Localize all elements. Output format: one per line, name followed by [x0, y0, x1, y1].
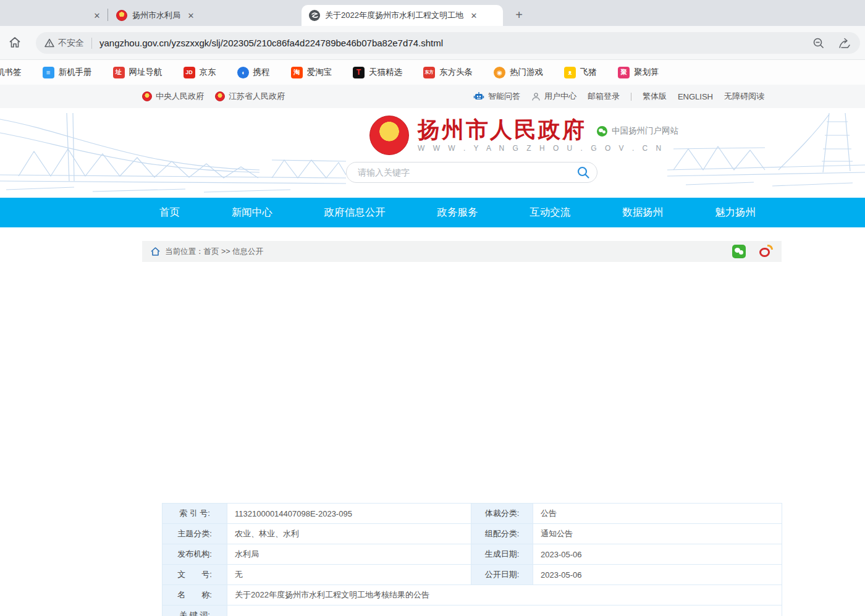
share-wechat-icon[interactable] [732, 245, 746, 258]
dongfang-icon: 东方 [423, 67, 435, 78]
table-row: 索 引 号: 11321000014407098E-2023-095 体裁分类:… [162, 504, 782, 524]
tab-divider [108, 9, 108, 21]
warning-icon [44, 38, 54, 48]
meta-value-publish-date: 2023-05-06 [533, 565, 782, 585]
tab-partial[interactable]: ✕ [0, 5, 106, 26]
site-search [346, 162, 597, 183]
bookmark-tmall[interactable]: T 天猫精选 [353, 67, 402, 78]
breadcrumb-text[interactable]: 当前位置：首页 >> 信息公开 [165, 247, 263, 257]
meta-label: 体裁分类: [471, 504, 533, 524]
emblem-icon [215, 91, 225, 101]
link-user-center[interactable]: 用户中心 [531, 91, 576, 102]
url-text[interactable]: yangzhou.gov.cn/yzszxxgk/slj/202305/210c… [99, 38, 812, 48]
link-jiangsu-gov[interactable]: 江苏省人民政府 [215, 91, 285, 102]
tab-close-icon[interactable]: ✕ [185, 10, 196, 21]
link-mail-login[interactable]: 邮箱登录 [588, 91, 620, 102]
meta-label: 文 号: [162, 565, 227, 585]
portal-tag[interactable]: 中国扬州门户网站 [597, 125, 678, 137]
nav-news[interactable]: 新闻中心 [232, 206, 272, 219]
manual-icon: ≡ [43, 67, 54, 78]
tab-title: 扬州市水利局 [132, 10, 180, 21]
link-english[interactable]: ENGLISH [678, 92, 713, 101]
meta-label: 关 键 词: [162, 605, 227, 616]
search-icon[interactable] [576, 165, 591, 180]
bookmark-juhuasuan[interactable]: 聚 聚划算 [618, 67, 659, 78]
security-chip[interactable]: 不安全 [44, 38, 92, 49]
bookmark-fliggy[interactable]: ᴥ 飞猪 [564, 67, 597, 78]
bookmark-aitaobao[interactable]: 淘 爱淘宝 [291, 67, 332, 78]
meta-value-group: 通知公告 [533, 524, 782, 544]
zoom-out-icon[interactable] [812, 36, 825, 50]
meta-value-index-number: 11321000014407098E-2023-095 [227, 504, 471, 524]
bookmarks-bar: 机书签 ≡ 新机手册 址 网址导航 JD 京东 ◖ 携程 淘 爱淘宝 T 天猫精… [0, 60, 865, 85]
link-central-gov[interactable]: 中央人民政府 [142, 91, 204, 102]
bookmark-jd[interactable]: JD 京东 [184, 67, 216, 78]
fliggy-icon: ᴥ [564, 67, 576, 78]
nav-home[interactable]: 首页 [159, 206, 180, 219]
home-icon[interactable] [7, 35, 23, 51]
search-input[interactable] [358, 167, 576, 177]
divider [631, 93, 631, 101]
browser-toolbar: 不安全 yangzhou.gov.cn/yzszxxgk/slj/202305/… [0, 26, 865, 60]
breadcrumb-home-icon[interactable] [151, 247, 160, 256]
site-url-label: W W W . Y A N G Z H O U . G O V . C N [418, 144, 664, 153]
meta-value-topic: 农业、林业、水利 [227, 524, 471, 544]
meta-value-title: 关于2022年度扬州市水利工程文明工地考核结果的公告 [227, 585, 782, 605]
share-weibo-icon[interactable] [759, 245, 773, 258]
tab-water-bureau[interactable]: 扬州市水利局 ✕ [109, 5, 299, 26]
banner-art-left [0, 108, 346, 198]
tab-active-announcement[interactable]: 关于2022年度扬州市水利工程文明工地 ✕ [302, 5, 503, 26]
nav-interaction[interactable]: 互动交流 [530, 206, 570, 219]
bookmark-dongfang[interactable]: 东方 东方头条 [423, 67, 473, 78]
nav-services[interactable]: 政务服务 [437, 206, 478, 219]
juhuasuan-icon: 聚 [618, 67, 630, 78]
bookmark-phone-bookmarks[interactable]: 机书签 [0, 67, 22, 78]
wechat-icon [597, 126, 607, 137]
bookmark-ctrip[interactable]: ◖ 携程 [237, 67, 270, 78]
breadcrumb: 当前位置：首页 >> 信息公开 [142, 241, 782, 262]
ctrip-icon: ◖ [237, 67, 249, 78]
emblem-favicon-icon [116, 10, 127, 21]
nav-charm[interactable]: 魅力扬州 [715, 206, 756, 219]
meta-label: 索 引 号: [162, 504, 227, 524]
user-icon [531, 92, 541, 101]
jd-icon: JD [184, 67, 195, 78]
link-smart-qa[interactable]: 智能问答 [473, 91, 520, 102]
address-bar[interactable]: 不安全 yangzhou.gov.cn/yzszxxgk/slj/202305/… [36, 32, 860, 54]
site-favicon-icon [309, 10, 320, 21]
table-row: 文 号: 无 公开日期: 2023-05-06 [162, 565, 782, 585]
meta-label: 名 称: [162, 585, 227, 605]
tab-close-icon[interactable]: ✕ [91, 10, 103, 21]
masthead-banner: 扬州市人民政府 W W W . Y A N G Z H O U . G O V … [0, 108, 865, 198]
meta-label: 组配分类: [471, 524, 533, 544]
nav-data[interactable]: 数据扬州 [622, 206, 663, 219]
nav-info-disclosure[interactable]: 政府信息公开 [324, 206, 386, 219]
taobao-icon: 淘 [291, 67, 303, 78]
security-label: 不安全 [58, 38, 84, 49]
banner-art-right [667, 108, 865, 198]
url-nav-icon: 址 [113, 67, 125, 78]
tab-title: 关于2022年度扬州市水利工程文明工地 [325, 10, 463, 21]
table-row: 关 键 词: [162, 605, 782, 616]
games-icon: ◉ [494, 67, 505, 78]
tab-close-icon[interactable]: ✕ [468, 10, 479, 21]
bookmark-hot-games[interactable]: ◉ 热门游戏 [494, 67, 543, 78]
meta-label: 发布机构: [162, 544, 227, 565]
meta-value-doc-number: 无 [227, 565, 471, 585]
new-tab-button[interactable]: + [510, 6, 528, 23]
meta-value-created-date: 2023-05-06 [533, 544, 782, 565]
meta-value-keywords [227, 605, 782, 616]
bookmark-manual[interactable]: ≡ 新机手册 [43, 67, 92, 78]
meta-value-agency: 水利局 [227, 544, 471, 565]
send-share-icon[interactable] [838, 36, 851, 50]
table-row: 名 称: 关于2022年度扬州市水利工程文明工地考核结果的公告 [162, 585, 782, 605]
page-content: 当前位置：首页 >> 信息公开 索 引 号: 11321000014407098… [0, 227, 865, 616]
table-row: 发布机构: 水利局 生成日期: 2023-05-06 [162, 544, 782, 565]
link-traditional[interactable]: 繁体版 [643, 91, 667, 102]
table-row: 主题分类: 农业、林业、水利 组配分类: 通知公告 [162, 524, 782, 544]
link-accessibility[interactable]: 无障碍阅读 [724, 91, 764, 102]
document-meta-table: 索 引 号: 11321000014407098E-2023-095 体裁分类:… [162, 503, 782, 616]
meta-label: 生成日期: [471, 544, 533, 565]
bookmark-url-nav[interactable]: 址 网址导航 [113, 67, 162, 78]
national-emblem-icon [369, 116, 409, 155]
